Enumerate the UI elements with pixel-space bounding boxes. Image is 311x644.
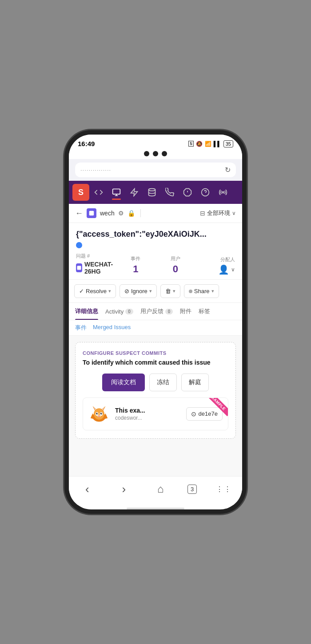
- fox-avatar: [88, 403, 110, 425]
- issue-header: {"access_token":"eyJ0eXAiOiJK... 问题 # WE…: [69, 223, 242, 280]
- camera-dot-center: [153, 151, 158, 156]
- github-icon: ⊙: [191, 410, 196, 417]
- commit-info: This exa... codeswor...: [115, 407, 181, 421]
- env-icon: ⊟: [200, 210, 205, 217]
- meta-project: WECHAT-26HG: [76, 261, 116, 275]
- tab-attachments-label: 附件: [180, 307, 191, 315]
- tab-tags-label: 标签: [199, 307, 210, 315]
- share-label: Share: [194, 288, 210, 294]
- ignore-button[interactable]: ⊘ Ignore ▾: [120, 284, 157, 298]
- issue-status-dot: [76, 242, 82, 248]
- nav-tabs-button[interactable]: 3: [187, 485, 197, 494]
- assignee-label: 分配人: [220, 256, 235, 263]
- ignore-icon: ⊘: [124, 288, 129, 294]
- resolve-chevron-icon: ▾: [108, 288, 111, 294]
- read-docs-button[interactable]: 阅读文档: [102, 374, 145, 391]
- meta-users: 用户 0: [156, 255, 195, 275]
- delete-button[interactable]: 🗑 ▾: [160, 284, 180, 298]
- svg-point-28: [98, 416, 100, 417]
- svg-rect-0: [113, 189, 120, 195]
- env-label: 全部环境: [207, 209, 230, 217]
- users-label: 用户: [171, 255, 180, 262]
- nav-icon-s[interactable]: S: [72, 184, 89, 201]
- home-indicator: [127, 508, 184, 509]
- freeze-button[interactable]: 冻结: [149, 374, 177, 391]
- settings-icon[interactable]: ⚙: [118, 210, 124, 217]
- status-icons: 🄽 🔕 📶 ▌▌ 35: [188, 140, 233, 147]
- configure-actions: 阅读文档 冻结 解庭: [83, 374, 228, 391]
- svg-point-4: [149, 189, 156, 191]
- status-bar: 16:49 🄽 🔕 📶 ▌▌ 35: [69, 135, 242, 151]
- sub-tab-merged[interactable]: Merged Issues: [93, 324, 131, 332]
- project-icon: [87, 208, 96, 218]
- tab-tags[interactable]: 标签: [199, 303, 210, 320]
- env-chevron-icon: ∨: [232, 210, 236, 216]
- signal-icon: ▌▌: [214, 141, 221, 147]
- meta-issue: 问题 # WECHAT-26HG: [76, 253, 116, 275]
- nav-icon-code[interactable]: [90, 184, 107, 201]
- share-dot-icon: [189, 290, 192, 293]
- tabs-count: 3: [191, 486, 194, 493]
- nav-menu-button[interactable]: ⋮⋮: [214, 482, 234, 496]
- refresh-icon[interactable]: ↻: [225, 166, 231, 174]
- svg-point-24: [100, 413, 102, 414]
- commit-title: This exa...: [115, 407, 181, 414]
- tab-details[interactable]: 详细信息: [75, 303, 98, 320]
- dismiss-button[interactable]: 解庭: [181, 374, 209, 391]
- commit-hash[interactable]: ⊙ de1e7e: [186, 407, 223, 421]
- back-button[interactable]: ←: [75, 209, 83, 218]
- breadcrumb-bar: ← wech ⚙ 🔒 ⊟ 全部环境 ∨: [69, 204, 242, 223]
- resolve-label: Resolve: [86, 288, 107, 294]
- nav-icon-lightning[interactable]: [126, 184, 143, 201]
- meta-assignee[interactable]: 分配人 👤 ∨: [195, 256, 235, 275]
- issue-meta: 问题 # WECHAT-26HG 事件 1 用户 0: [76, 253, 235, 275]
- share-button[interactable]: Share ▾: [184, 284, 219, 298]
- divider: [140, 209, 141, 217]
- app-nav: S: [69, 181, 242, 204]
- sub-tab-events[interactable]: 事件: [75, 324, 87, 332]
- svg-point-10: [222, 191, 223, 193]
- status-time: 16:49: [78, 140, 95, 147]
- nav-icon-storage[interactable]: [144, 184, 160, 201]
- nav-home-button[interactable]: ⌂: [151, 482, 170, 496]
- svg-point-23: [96, 413, 98, 414]
- ignore-chevron-icon: ▾: [149, 288, 152, 294]
- meta-events: 事件 1: [116, 255, 156, 275]
- project-name: wech: [100, 210, 115, 217]
- camera-dot-right: [162, 151, 167, 156]
- issue-label: 问题 #: [76, 253, 90, 259]
- nav-icon-alert[interactable]: [179, 184, 196, 201]
- nav-back-button[interactable]: ‹: [77, 482, 97, 496]
- delete-chevron-icon: ▾: [173, 288, 175, 294]
- battery-icon: 35: [223, 140, 233, 147]
- tab-details-label: 详细信息: [75, 307, 98, 315]
- nav-icon-deploy[interactable]: [108, 184, 125, 201]
- browser-bar: ··············· ↻: [69, 159, 242, 181]
- tab-activity[interactable]: Activity 0: [105, 304, 133, 319]
- example-commit: This exa... codeswor... ⊙ de1e7e EXAMPLE: [83, 398, 228, 430]
- camera-bar: [69, 151, 242, 159]
- resolve-button[interactable]: ✓ Resolve ▾: [74, 284, 116, 298]
- svg-rect-11: [89, 211, 94, 216]
- project-id: WECHAT-26HG: [84, 261, 116, 275]
- checkmark-icon: ✓: [79, 288, 84, 294]
- svg-point-25: [97, 413, 98, 414]
- tab-activity-badge: 0: [125, 309, 133, 314]
- configure-card: CONFIGURE SUSPECT COMMITS To identify wh…: [75, 342, 236, 439]
- tab-feedback[interactable]: 用户反馈 0: [140, 303, 173, 320]
- assignee-selector[interactable]: 👤 ∨: [218, 264, 235, 275]
- action-buttons: ✓ Resolve ▾ ⊘ Ignore ▾ 🗑 ▾ Share ▾: [69, 280, 242, 303]
- nav-icon-help[interactable]: [197, 184, 214, 201]
- env-selector[interactable]: ⊟ 全部环境 ∨: [200, 209, 236, 217]
- url-bar[interactable]: ··············· ↻: [75, 163, 236, 177]
- lock-icon: 🔒: [128, 210, 135, 217]
- tab-activity-label: Activity: [105, 308, 124, 315]
- nav-icon-radio[interactable]: [215, 184, 231, 201]
- bottom-nav: ‹ › ⌂ 3 ⋮⋮: [69, 476, 242, 505]
- nfc-icon: 🄽: [188, 141, 194, 147]
- commit-sub: codeswor...: [115, 415, 181, 421]
- nav-forward-button[interactable]: ›: [114, 482, 134, 496]
- nav-icon-support[interactable]: [161, 184, 178, 201]
- sound-icon: 🔕: [196, 141, 203, 147]
- tab-attachments[interactable]: 附件: [180, 303, 191, 320]
